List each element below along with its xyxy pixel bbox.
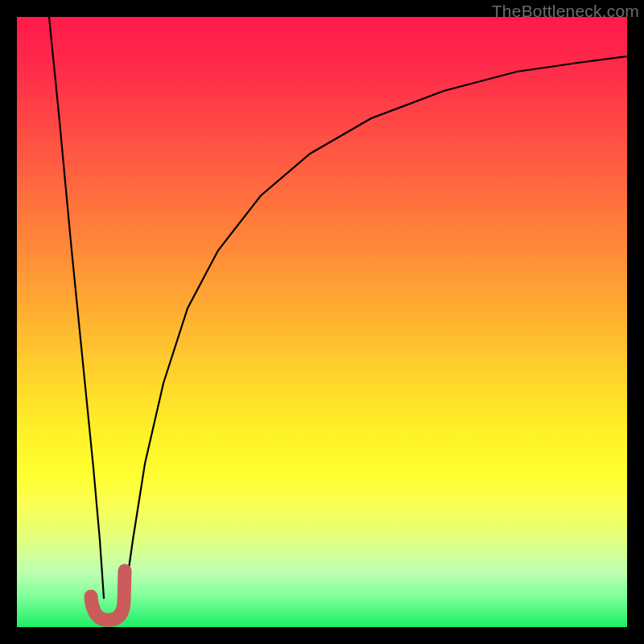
j-glyph bbox=[91, 571, 125, 620]
watermark-text: TheBottleneck.com bbox=[492, 2, 639, 21]
curve-right bbox=[124, 56, 627, 602]
chart-curves bbox=[17, 17, 627, 627]
plot-area bbox=[17, 17, 627, 627]
chart-frame: TheBottleneck.com bbox=[0, 0, 644, 644]
curve-left bbox=[49, 17, 104, 598]
